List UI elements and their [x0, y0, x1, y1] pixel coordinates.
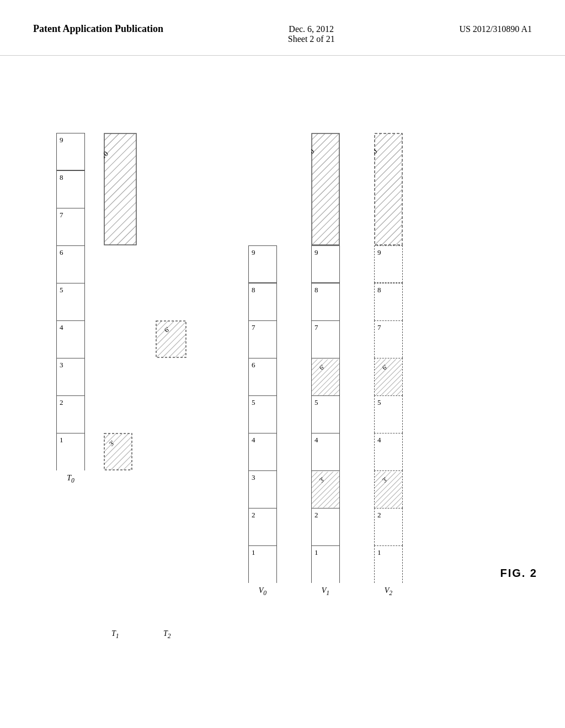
- col-label-V2: V2: [385, 586, 392, 597]
- svg-rect-16: [312, 359, 339, 395]
- cell-V1-9: 9: [311, 245, 340, 283]
- cell-V0-1: 1: [248, 545, 277, 583]
- cell-T0-1: 1: [56, 433, 85, 470]
- cell-V2-2: 2: [374, 508, 403, 545]
- cell-V0-6: 6: [248, 358, 277, 395]
- header-date: Dec. 6, 2012 Sheet 2 of 21: [288, 22, 335, 44]
- cell-V2-1: 1: [374, 545, 403, 583]
- cell-V1-4: 4: [311, 433, 340, 470]
- cell-T0-8: 8: [56, 170, 85, 208]
- header-patent: US 2012/310890 A1: [459, 22, 532, 34]
- diagram-area: 1 2 3 4 5 6 7 8 9 T0 10: [0, 56, 565, 701]
- col-label-T0: T0: [67, 474, 74, 484]
- svg-rect-23: [375, 472, 402, 507]
- hatch-V1-top: 10: [311, 133, 340, 245]
- cell-V2-4: 4: [374, 433, 403, 470]
- svg-rect-20: [312, 133, 339, 245]
- cell-V2-7: 7: [374, 320, 403, 358]
- cell-V1-2: 2: [311, 508, 340, 545]
- cell-V0-4: 4: [248, 433, 277, 470]
- header: Patent Application Publication Dec. 6, 2…: [0, 0, 565, 56]
- header-title: Patent Application Publication: [33, 22, 163, 36]
- svg-rect-10: [156, 321, 186, 357]
- hatch-T2-mid: 6': [156, 320, 186, 358]
- cell-V0-9: 9: [248, 245, 277, 283]
- col-label-V1: V1: [322, 586, 329, 597]
- cell-V1-6: 6': [311, 358, 340, 395]
- cell-V0-2: 2: [248, 508, 277, 545]
- cell-V0-8: 8: [248, 283, 277, 320]
- column-T0: 1 2 3 4 5 6 7 8 9 T0: [56, 133, 85, 484]
- cell-V2-3: 3': [374, 470, 403, 508]
- cell-T0-3: 3: [56, 358, 85, 395]
- cell-T0-5: 5: [56, 283, 85, 320]
- cell-V2-9: 9: [374, 245, 403, 283]
- cell-V1-5: 5: [311, 395, 340, 433]
- cell-T0-4: 4: [56, 320, 85, 358]
- cell-V1-1: 1: [311, 545, 340, 583]
- hatch-T1-top: 10: [104, 133, 137, 245]
- hatch-T1-mid: 3': [104, 433, 132, 470]
- svg-rect-6: [104, 433, 132, 470]
- cell-V0-5: 5: [248, 395, 277, 433]
- column-V0: 1 2 3 4 5 6 7 8 9 V0: [248, 245, 277, 597]
- cell-T0-9: 9: [56, 133, 85, 170]
- cell-V2-8: 8: [374, 283, 403, 320]
- svg-rect-30: [375, 133, 402, 245]
- cell-V0-7: 7: [248, 320, 277, 358]
- svg-rect-13: [312, 472, 339, 507]
- col-label-T1: T1: [111, 629, 119, 640]
- cell-T0-6: 6: [56, 245, 85, 283]
- cell-V2-6: 6': [374, 358, 403, 395]
- cell-T0-2: 2: [56, 395, 85, 433]
- cell-V0-3: 3: [248, 470, 277, 508]
- cell-T0-7: 7: [56, 208, 85, 245]
- svg-rect-26: [375, 359, 402, 395]
- cell-V1-8: 8: [311, 283, 340, 320]
- hatch-V2-top: 10: [374, 133, 403, 245]
- column-V2: 1 2 3' 4 5 6' 7 8 9: [374, 245, 403, 597]
- svg-rect-2: [104, 133, 136, 245]
- cell-V1-3: 3': [311, 470, 340, 508]
- col-label-T2: T2: [163, 629, 171, 640]
- cell-V2-5: 5: [374, 395, 403, 433]
- col-label-V0: V0: [259, 586, 266, 597]
- fig-label: FIG. 2: [500, 567, 537, 580]
- column-V1: 1 2 3' 4 5 6' 7 8 9: [311, 245, 340, 597]
- cell-V1-7: 7: [311, 320, 340, 358]
